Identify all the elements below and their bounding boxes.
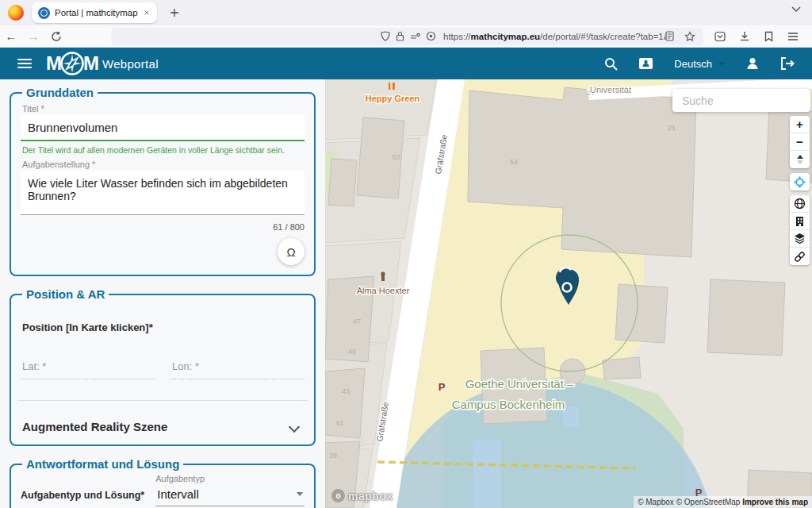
position-ar-legend: Position & AR bbox=[22, 287, 109, 301]
mapbox-logo[interactable]: o mapbox bbox=[331, 489, 393, 502]
app-header: M M Webportal Deutsch bbox=[0, 48, 812, 79]
sidebar-menu-button[interactable] bbox=[17, 56, 32, 71]
pocket-icon[interactable] bbox=[714, 31, 726, 42]
lon-field[interactable]: Lon: * bbox=[170, 357, 304, 379]
svg-text:Alma Hoexter: Alma Hoexter bbox=[357, 286, 410, 295]
svg-text:57: 57 bbox=[393, 153, 400, 161]
contact-inbox-icon[interactable] bbox=[638, 57, 653, 70]
mapbox-wordmark: mapbox bbox=[348, 490, 393, 502]
reader-mode-icon[interactable] bbox=[665, 31, 674, 41]
language-label: Deutsch bbox=[674, 58, 712, 70]
map-attribution: © Mapbox © OpenStreetMap Improve this ma… bbox=[634, 496, 812, 508]
map-panel[interactable]: 27 54 57 21 19 47 45 43 41 39 Gräfstraße… bbox=[325, 79, 812, 508]
attribution-improve-link[interactable]: Improve this map bbox=[742, 498, 808, 506]
char-count: 61 / 800 bbox=[21, 222, 304, 232]
compass-logo-icon bbox=[59, 50, 86, 77]
logout-icon[interactable] bbox=[780, 57, 795, 70]
aufgabentyp-value: Intervall bbox=[157, 487, 199, 501]
url-text: https://mathcitymap.eu/de/portal/#!/task… bbox=[443, 32, 665, 41]
aufgabenstellung-label: Aufgabenstellung * bbox=[22, 160, 303, 169]
svg-text:21: 21 bbox=[668, 124, 676, 132]
compass-pitch-button[interactable] bbox=[790, 151, 810, 168]
location-permission-icon[interactable] bbox=[426, 31, 436, 41]
fieldset-position-ar: Position & AR Position [In Karte klicken… bbox=[10, 287, 316, 446]
task-form-panel: Grunddaten Titel * Der Titel wird auf al… bbox=[0, 79, 325, 508]
aufgabenstellung-textarea[interactable]: Wie viele Liter Wasser befinden sich im … bbox=[21, 171, 304, 215]
tab-close-icon[interactable] bbox=[143, 9, 151, 17]
special-characters-button[interactable]: Ω bbox=[278, 238, 304, 265]
map-search-input[interactable] bbox=[672, 89, 810, 112]
titel-input[interactable] bbox=[21, 115, 304, 141]
forward-button[interactable]: → bbox=[22, 29, 44, 43]
map-canvas[interactable]: 27 54 57 21 19 47 45 43 41 39 Gräfstraße… bbox=[325, 79, 812, 508]
site-favicon-icon bbox=[38, 7, 50, 19]
menu-icon[interactable] bbox=[787, 32, 799, 41]
fieldset-antwortformat: Antwortformat und Lösung Aufgabentyp und… bbox=[10, 457, 316, 508]
url-bar[interactable]: https://mathcitymap.eu/de/portal/#!/task… bbox=[111, 28, 703, 45]
svg-text:39: 39 bbox=[329, 452, 337, 460]
map-tool-controls bbox=[790, 195, 810, 265]
lat-field[interactable]: Lat: * bbox=[21, 357, 155, 379]
reload-button[interactable] bbox=[51, 31, 62, 42]
zoom-out-button[interactable]: − bbox=[790, 133, 810, 151]
poi-universitaet-label: Universität bbox=[590, 85, 631, 94]
browser-toolbar: ← → https://mathcitymap.eu/de/portal/#!/… bbox=[0, 25, 812, 48]
brand-suffix: Webportal bbox=[102, 57, 159, 71]
svg-text:47: 47 bbox=[353, 318, 361, 325]
brand-m-right: M bbox=[83, 52, 98, 75]
svg-text:43: 43 bbox=[342, 387, 350, 395]
brand-logo[interactable]: M M Webportal bbox=[46, 50, 159, 77]
geolocate-button[interactable] bbox=[790, 173, 810, 190]
map-geolocate-control bbox=[790, 173, 810, 190]
svg-text:54: 54 bbox=[510, 158, 518, 166]
fieldset-grunddaten: Grunddaten Titel * Der Titel wird auf al… bbox=[10, 86, 316, 276]
browser-tab[interactable]: Portal | mathcitymap.eu bbox=[32, 2, 157, 23]
extensions-icon[interactable] bbox=[764, 31, 774, 42]
grunddaten-legend: Grunddaten bbox=[22, 86, 98, 99]
attribution-mapbox-link[interactable]: © Mapbox bbox=[638, 498, 674, 506]
globe-layer-button[interactable] bbox=[790, 195, 810, 213]
titel-label: Titel * bbox=[22, 104, 303, 114]
svg-text:Heppy Green: Heppy Green bbox=[366, 94, 420, 103]
position-label: Position [In Karte klicken]* bbox=[22, 321, 303, 333]
downloads-icon[interactable] bbox=[739, 31, 750, 42]
ar-scene-expander[interactable]: Augmented Reality Szene bbox=[22, 420, 303, 433]
mapbox-logo-icon: o bbox=[331, 489, 345, 502]
aufgabentyp-label: Aufgabentyp bbox=[155, 474, 304, 483]
ar-scene-label: Augmented Reality Szene bbox=[22, 420, 167, 433]
divider bbox=[17, 400, 308, 401]
language-selector[interactable]: Deutsch bbox=[674, 58, 725, 70]
shield-icon[interactable] bbox=[381, 31, 390, 41]
language-caret-icon bbox=[718, 62, 725, 66]
aufgabentyp-loesung-label: Aufgabentyp und Lösung* bbox=[21, 490, 144, 506]
parking-icon-1: P bbox=[439, 381, 446, 393]
svg-text:Goethe Universität –: Goethe Universität – bbox=[465, 377, 574, 391]
layers-button[interactable] bbox=[790, 230, 810, 248]
tab-list-chevron-icon[interactable] bbox=[791, 6, 801, 13]
lock-icon[interactable] bbox=[396, 31, 404, 41]
share-link-button[interactable] bbox=[790, 248, 810, 265]
buildings-layer-button[interactable] bbox=[790, 213, 810, 230]
back-button[interactable]: ← bbox=[0, 29, 22, 43]
user-account-icon[interactable] bbox=[745, 56, 760, 71]
new-tab-button[interactable] bbox=[170, 8, 179, 17]
map-zoom-controls: + − bbox=[790, 116, 810, 168]
firefox-icon[interactable] bbox=[8, 5, 24, 21]
antwortformat-legend: Antwortformat und Lösung bbox=[22, 457, 183, 471]
permissions-icon[interactable] bbox=[410, 32, 420, 41]
svg-text:Campus Bockenheim: Campus Bockenheim bbox=[452, 398, 565, 411]
chevron-down-icon bbox=[289, 421, 300, 432]
browser-tab-bar: Portal | mathcitymap.eu bbox=[0, 0, 812, 25]
titel-hint: Der Titel wird auf allen modernen Geräte… bbox=[22, 145, 303, 155]
bookmark-star-icon[interactable] bbox=[684, 31, 695, 42]
svg-text:45: 45 bbox=[348, 348, 356, 356]
search-icon[interactable] bbox=[604, 57, 618, 71]
select-caret-icon bbox=[297, 492, 303, 496]
zoom-in-button[interactable]: + bbox=[790, 116, 810, 133]
aufgabentyp-select[interactable]: Intervall bbox=[155, 483, 304, 506]
attribution-osm-link[interactable]: © OpenStreetMap bbox=[676, 498, 741, 506]
tab-title: Portal | mathcitymap.eu bbox=[55, 8, 138, 17]
svg-text:41: 41 bbox=[335, 419, 343, 427]
